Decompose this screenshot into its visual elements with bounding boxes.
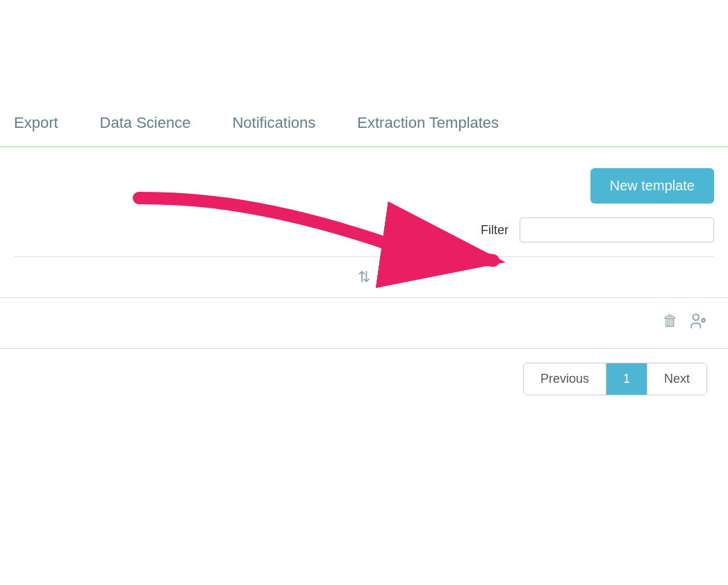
pagination: Previous 1 Next bbox=[523, 363, 707, 395]
filter-input[interactable] bbox=[520, 217, 714, 242]
filter-label: Filter bbox=[481, 223, 508, 238]
tab-extraction-templates[interactable]: Extraction Templates bbox=[357, 111, 499, 135]
toolbar-row: New template bbox=[0, 147, 728, 217]
previous-button[interactable]: Previous bbox=[524, 363, 606, 395]
next-button[interactable]: Next bbox=[647, 363, 706, 395]
tab-data-science[interactable]: Data Science bbox=[100, 111, 191, 135]
nav-tabs: Export Data Science Notifications Extrac… bbox=[0, 111, 728, 147]
sort-row: ⇅ bbox=[0, 257, 728, 298]
tab-export[interactable]: Export bbox=[14, 111, 58, 135]
svg-point-1 bbox=[693, 314, 699, 320]
trash-icon[interactable]: 🗑 bbox=[663, 312, 678, 334]
filter-row: Filter bbox=[0, 217, 728, 256]
new-template-button[interactable]: New template bbox=[590, 168, 714, 204]
page-1-button[interactable]: 1 bbox=[606, 363, 647, 395]
pagination-row: Previous 1 Next bbox=[0, 349, 728, 409]
tab-notifications[interactable]: Notifications bbox=[232, 111, 315, 135]
action-row: 🗑 bbox=[0, 298, 728, 349]
user-settings-icon[interactable] bbox=[689, 312, 707, 334]
sort-icon[interactable]: ⇅ bbox=[358, 268, 370, 286]
